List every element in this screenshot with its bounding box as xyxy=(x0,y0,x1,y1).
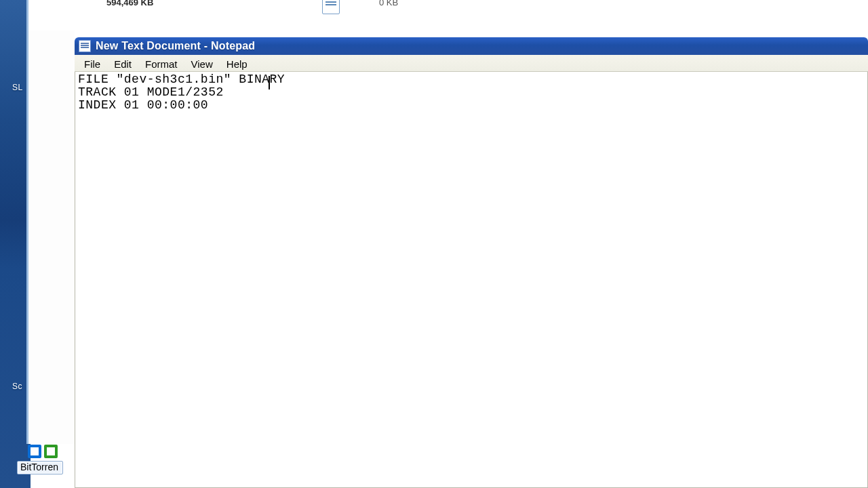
titlebar[interactable]: New Text Document - Notepad xyxy=(75,37,868,55)
notepad-window: New Text Document - Notepad File Edit Fo… xyxy=(75,37,868,488)
file-item-doc[interactable] xyxy=(322,0,345,14)
desktop-icon-label[interactable]: SL xyxy=(12,83,23,92)
editor-line: FILE "dev-sh3c1.bin" BINARY xyxy=(78,73,285,86)
editor-line: TRACK 01 MODE1/2352 xyxy=(78,85,224,99)
menu-file[interactable]: File xyxy=(77,55,107,71)
taskbar-item-label: BitTorren xyxy=(20,462,58,472)
file-size-text: 594,469 KB xyxy=(106,0,153,7)
explorer-window-fragment xyxy=(26,30,75,444)
notepad-icon xyxy=(79,40,91,52)
taskbar-item-bittorrent[interactable]: BitTorren xyxy=(17,461,63,474)
text-editor-area[interactable]: FILE "dev-sh3c1.bin" BINARY TRACK 01 MOD… xyxy=(75,72,868,488)
editor-line: INDEX 01 00:00:00 xyxy=(78,98,208,112)
desktop-icon-label[interactable]: Sc xyxy=(12,382,22,391)
menu-edit[interactable]: Edit xyxy=(107,55,138,71)
window-title: New Text Document - Notepad xyxy=(96,40,255,52)
text-caret xyxy=(269,76,270,89)
file-size-text: 0 KB xyxy=(379,0,398,7)
document-icon xyxy=(322,0,340,14)
menu-help[interactable]: Help xyxy=(220,55,254,71)
menu-view[interactable]: View xyxy=(184,55,220,71)
menu-format[interactable]: Format xyxy=(138,55,184,71)
app-icon xyxy=(28,445,62,460)
menu-bar: File Edit Format View Help xyxy=(75,55,868,72)
